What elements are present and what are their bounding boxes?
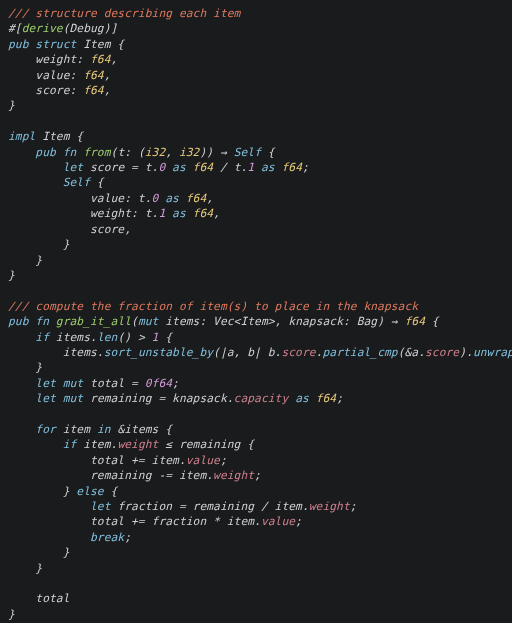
code-line: } xyxy=(8,269,15,282)
code-line: remaining -= item.weight; xyxy=(8,469,261,482)
code-block: /// structure describing each item #[der… xyxy=(0,0,512,623)
code-line: #[derive(Debug)] xyxy=(8,22,117,35)
code-line: pub fn from(t: (i32, i32)) → Self { xyxy=(8,146,275,159)
code-line: let mut remaining = knapsack.capacity as… xyxy=(8,392,343,405)
code-line: break; xyxy=(8,531,131,544)
code-line: total += fraction * item.value; xyxy=(8,515,302,528)
code-line: if items.len() > 1 { xyxy=(8,331,172,344)
code-line: let mut total = 0f64; xyxy=(8,377,179,390)
code-line: let score = t.0 as f64 / t.1 as f64; xyxy=(8,161,309,174)
code-line: impl Item { xyxy=(8,130,83,143)
code-line: weight: t.1 as f64, xyxy=(8,207,220,220)
code-line: items.sort_unstable_by(|a, b| b.score.pa… xyxy=(8,346,512,359)
code-line: weight: f64, xyxy=(8,53,117,66)
code-line: value: t.0 as f64, xyxy=(8,192,213,205)
code-line: score, xyxy=(8,223,131,236)
code-line: } xyxy=(8,546,70,559)
code-line: } xyxy=(8,562,42,575)
code-line: } xyxy=(8,361,42,374)
code-line: for item in &items { xyxy=(8,423,172,436)
code-line: total xyxy=(8,592,70,605)
code-line: } xyxy=(8,608,15,621)
code-line: if item.weight ≤ remaining { xyxy=(8,438,254,451)
code-line: } else { xyxy=(8,485,117,498)
code-line: } xyxy=(8,238,70,251)
code-line: pub struct Item { xyxy=(8,38,124,51)
code-line: } xyxy=(8,99,15,112)
code-line: total += item.value; xyxy=(8,454,227,467)
code-line: pub fn grab_it_all(mut items: Vec<Item>,… xyxy=(8,315,439,328)
comment-line: /// structure describing each item xyxy=(8,7,240,20)
code-line: score: f64, xyxy=(8,84,111,97)
comment-line: /// compute the fraction of item(s) to p… xyxy=(8,300,418,313)
code-line: value: f64, xyxy=(8,69,111,82)
code-line: Self { xyxy=(8,176,104,189)
code-line: let fraction = remaining / item.weight; xyxy=(8,500,357,513)
code-line: } xyxy=(8,254,42,267)
